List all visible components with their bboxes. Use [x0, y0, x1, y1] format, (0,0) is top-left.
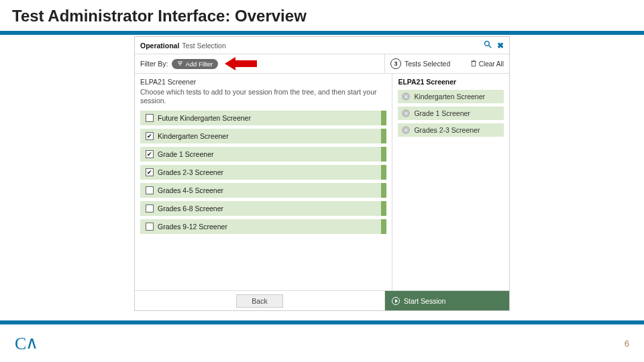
panel-header-right: ✖	[484, 40, 504, 50]
selected-group-title: ELPA21 Screener	[398, 78, 504, 86]
clear-all-label: Clear All	[479, 60, 504, 68]
start-session-button[interactable]: Start Session	[385, 291, 509, 310]
back-button[interactable]: Back	[236, 294, 282, 308]
selected-item-label: Kindergarten Screener	[414, 93, 485, 101]
test-row[interactable]: Grades 6-8 Screener	[140, 201, 386, 216]
test-checkbox[interactable]	[146, 223, 154, 231]
search-icon[interactable]	[484, 40, 492, 50]
remove-selected-icon[interactable]: ✕	[402, 109, 410, 117]
add-filter-button[interactable]: Add Filter	[172, 59, 218, 69]
test-row[interactable]: Future Kindergarten Screener	[140, 111, 386, 125]
selected-item-label: Grades 2-3 Screener	[414, 126, 480, 134]
slide-footer: C∧ 6	[0, 320, 644, 362]
test-checkbox[interactable]	[146, 168, 154, 176]
test-row[interactable]: Grades 9-12 Screener	[140, 219, 386, 234]
test-label: Future Kindergarten Screener	[158, 114, 251, 122]
header-mode: Operational	[140, 42, 179, 50]
back-cell: Back	[135, 291, 385, 310]
play-icon	[392, 297, 400, 305]
selected-item: ✕Kindergarten Screener	[398, 90, 504, 103]
test-group-desc: Choose which tests to add to your sessio…	[140, 88, 386, 105]
remove-selected-icon[interactable]: ✕	[402, 126, 410, 134]
filter-label: Filter By:	[140, 60, 168, 68]
test-label: Kindergarten Screener	[158, 132, 229, 140]
selected-item: ✕Grade 1 Screener	[398, 107, 504, 120]
test-label: Grade 1 Screener	[158, 150, 213, 158]
panel-body: ELPA21 Screener Choose which tests to ad…	[135, 74, 509, 290]
test-selection-panel: Operational Test Selection ✖ Filter By: …	[134, 36, 510, 311]
test-checkbox[interactable]	[146, 186, 154, 194]
selected-summary: 3 Tests Selected Clear All	[385, 54, 509, 73]
panel-header-left: Operational Test Selection	[140, 42, 226, 50]
selected-count-label: Tests Selected	[405, 60, 450, 68]
svg-point-0	[485, 42, 490, 46]
callout-arrow-icon	[225, 58, 257, 70]
panel-subheader: Filter By: Add Filter 3 Tests Selected	[135, 54, 509, 74]
clear-all-button[interactable]: Clear All	[470, 60, 504, 68]
test-row[interactable]: Grades 2-3 Screener	[140, 165, 386, 180]
selected-item-label: Grade 1 Screener	[414, 109, 470, 117]
slide-title: Test Administrator Interface: Overview	[12, 7, 632, 25]
test-checkbox[interactable]	[146, 132, 154, 140]
selected-list: ✕Kindergarten Screener✕Grade 1 Screener✕…	[398, 90, 504, 137]
test-checkbox[interactable]	[146, 114, 154, 122]
svg-line-1	[489, 46, 492, 48]
test-row-cap	[381, 111, 386, 125]
test-row-cap	[381, 129, 386, 143]
test-label: Grades 2-3 Screener	[158, 168, 223, 176]
selected-count-badge: 3	[390, 58, 401, 69]
panel-header: Operational Test Selection ✖	[135, 37, 509, 54]
title-rule	[0, 31, 644, 35]
filter-icon	[177, 60, 183, 68]
page-number: 6	[625, 339, 629, 349]
test-row-cap	[381, 201, 386, 216]
close-icon[interactable]: ✖	[497, 41, 504, 50]
test-label: Grades 9-12 Screener	[158, 223, 227, 231]
svg-rect-5	[472, 61, 476, 66]
test-row[interactable]: Grades 4-5 Screener	[140, 183, 386, 198]
add-filter-label: Add Filter	[185, 60, 213, 68]
test-group-title: ELPA21 Screener	[140, 78, 386, 86]
test-row-cap	[381, 147, 386, 162]
test-row[interactable]: Grade 1 Screener	[140, 147, 386, 162]
selected-tests-pane: ELPA21 Screener ✕Kindergarten Screener✕G…	[392, 74, 509, 290]
filter-cell: Filter By: Add Filter	[135, 54, 385, 73]
test-label: Grades 6-8 Screener	[158, 204, 223, 213]
brand-logo: C∧	[15, 333, 38, 354]
test-row[interactable]: Kindergarten Screener	[140, 129, 386, 143]
test-label: Grades 4-5 Screener	[158, 186, 223, 194]
panel-footer: Back Start Session	[135, 290, 509, 310]
trash-icon	[470, 60, 477, 68]
start-session-label: Start Session	[404, 297, 445, 305]
test-list: Future Kindergarten ScreenerKindergarten…	[140, 111, 386, 234]
test-row-cap	[381, 165, 386, 180]
remove-selected-icon[interactable]: ✕	[402, 93, 410, 101]
selected-count-wrap: 3 Tests Selected	[390, 58, 450, 69]
selected-item: ✕Grades 2-3 Screener	[398, 123, 504, 137]
test-row-cap	[381, 183, 386, 198]
header-subtitle: Test Selection	[182, 42, 225, 50]
test-checkbox[interactable]	[146, 204, 154, 213]
test-checkbox[interactable]	[146, 150, 154, 158]
test-row-cap	[381, 219, 386, 234]
test-tree-pane: ELPA21 Screener Choose which tests to ad…	[135, 74, 392, 290]
slide-title-bar: Test Administrator Interface: Overview	[0, 0, 644, 31]
